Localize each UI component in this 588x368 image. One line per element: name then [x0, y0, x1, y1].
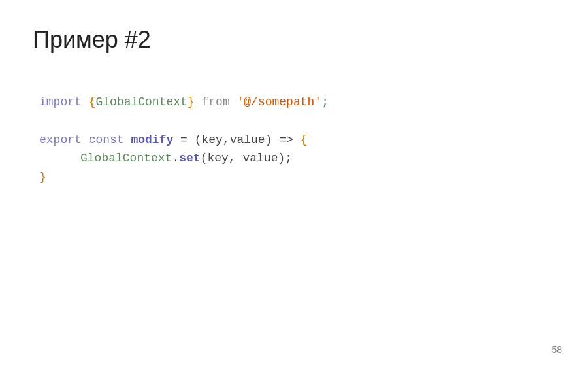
args: (key, value) — [201, 152, 286, 165]
identifier-gc-2: GlobalContext — [80, 152, 172, 165]
method-set: set — [179, 152, 200, 165]
slide-title: Пример #2 — [33, 26, 555, 54]
keyword-import: import — [39, 95, 89, 109]
dot: . — [172, 152, 179, 165]
slide-container: Пример #2 import {GlobalContext} from '@… — [0, 0, 588, 368]
brace-open-2: { — [301, 133, 308, 146]
keyword-from: from — [195, 95, 237, 109]
page-number: 58 — [551, 344, 562, 355]
brace-open: { — [89, 95, 96, 109]
code-rest-2: = (key,value) => — [173, 133, 300, 146]
brace-close: } — [188, 95, 195, 109]
keyword-export: export — [39, 133, 89, 146]
spacer — [39, 112, 555, 131]
code-line-3: GlobalContext.set(key, value); — [39, 149, 555, 168]
semicolon-3: ; — [285, 152, 292, 165]
identifier-globalcontext: GlobalContext — [95, 95, 187, 109]
keyword-const: const — [89, 133, 131, 146]
code-block: import {GlobalContext} from '@/somepath'… — [39, 93, 555, 187]
code-line-2: export const modify = (key,value) => { — [39, 131, 555, 150]
func-name-modify: modify — [131, 133, 173, 146]
semicolon-1: ; — [321, 95, 329, 109]
code-line-4: } — [39, 168, 555, 187]
code-line-1: import {GlobalContext} from '@/somepath'… — [39, 93, 555, 112]
brace-close-final: } — [39, 171, 46, 184]
string-path: '@/somepath' — [237, 95, 322, 109]
